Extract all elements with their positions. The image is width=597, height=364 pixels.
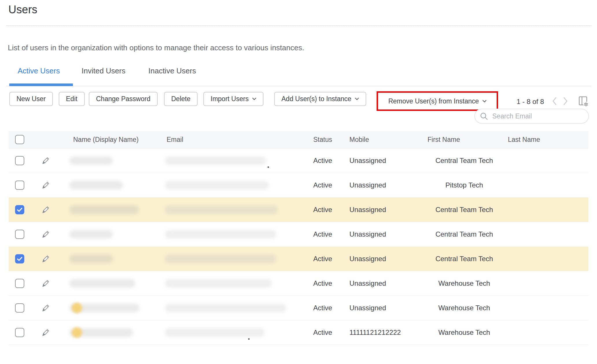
button-label: Import Users [211,95,249,103]
avatar [72,303,82,313]
edit-pencil-icon[interactable] [41,328,50,337]
mobile-cell: Unassigned [349,222,386,246]
status-cell: Active [313,271,332,296]
edit-pencil-icon[interactable] [41,230,50,239]
button-label: New User [16,95,46,103]
status-cell: Active [313,198,332,222]
redacted-name [69,279,135,288]
change-password-button[interactable]: Change Password [89,92,158,106]
redacted-email [165,279,272,288]
mobile-cell: Unassigned [349,296,386,320]
row-checkbox[interactable] [15,181,24,190]
new-user-button[interactable]: New User [9,92,53,106]
mobile-cell: Unassigned [349,198,386,222]
edit-pencil-icon[interactable] [41,156,50,165]
table-row: Active Unassigned Central Team Tech [9,222,588,247]
table-settings-icon[interactable] [578,96,589,107]
table-rows: Active Unassigned Central Team Tech Acti… [9,148,588,345]
col-header-status: Status [313,131,332,148]
active-tab-underline [9,83,73,86]
redaction-dot [268,166,269,168]
import-users-button[interactable]: Import Users [203,92,264,106]
button-label: Add User(s) to Instance [281,95,351,103]
status-cell: Active [313,222,332,246]
table-row: Active Unassigned Central Team Tech [9,247,588,271]
edit-button[interactable]: Edit [59,92,85,106]
status-cell: Active [313,296,332,320]
redacted-name [69,230,113,239]
redaction-dot [248,338,250,340]
page-title: Users [8,3,37,16]
check-icon [17,207,23,212]
redacted-email [165,304,286,312]
select-all-checkbox[interactable] [15,135,24,144]
tab-active-users[interactable]: Active Users [18,66,60,75]
mobile-cell: Unassigned [349,148,386,173]
edit-pencil-icon[interactable] [41,254,50,263]
search-email-input[interactable] [492,112,584,120]
users-table: Name (Display Name) Email Status Mobile … [9,131,588,345]
redacted-name [69,156,113,165]
table-header: Name (Display Name) Email Status Mobile … [9,131,588,148]
first-name-cell: Central Team Tech [421,247,508,271]
table-row: Active Unassigned Warehouse Tech [9,271,588,296]
mobile-cell: Unassigned [349,247,386,271]
row-checkbox[interactable] [15,156,24,165]
redacted-email [165,181,269,190]
edit-pencil-icon[interactable] [41,279,50,288]
col-header-mobile: Mobile [349,131,369,148]
first-name-cell: Central Team Tech [421,222,508,246]
status-cell: Active [313,247,332,271]
redacted-name [69,181,123,190]
remove-users-from-instance-button[interactable]: Remove User(s) from Instance [388,97,486,105]
status-cell: Active [313,173,332,197]
button-label: Delete [171,95,190,103]
users-page: Users List of users in the organization … [0,0,597,364]
table-row: Active 11111121212222 Warehouse Tech [9,320,588,345]
edit-pencil-icon[interactable] [41,181,50,190]
first-name-cell: Warehouse Tech [421,271,508,296]
redacted-email [165,230,276,239]
check-icon [17,257,23,261]
add-users-to-instance-button[interactable]: Add User(s) to Instance [274,92,366,106]
mobile-cell: Unassigned [349,173,386,197]
col-header-name: Name (Display Name) [73,131,139,148]
row-checkbox[interactable] [15,279,24,288]
page-description: List of users in the organization with o… [8,43,304,52]
table-row: Active Unassigned Central Team Tech [9,148,588,173]
tab-inactive-users[interactable]: Inactive Users [148,66,196,75]
mobile-cell: Unassigned [349,271,386,296]
chevron-down-icon [252,98,256,100]
col-header-last-name: Last Name [508,131,540,148]
row-checkbox[interactable] [15,205,24,214]
col-header-first-name: First Name [428,131,460,148]
chevron-left-icon[interactable] [551,96,558,106]
col-header-email: Email [167,131,183,148]
search-icon [480,112,488,120]
redacted-name [69,255,113,263]
search-email-box[interactable] [474,109,589,124]
row-checkbox[interactable] [15,254,24,263]
status-cell: Active [313,320,332,345]
redacted-email [165,205,278,214]
title-divider [6,25,591,26]
chevron-down-icon [482,100,487,103]
redacted-email [165,255,276,263]
first-name-cell: Pitstop Tech [421,173,508,197]
redacted-email [165,328,265,337]
edit-pencil-icon[interactable] [41,303,50,313]
edit-pencil-icon[interactable] [41,205,50,214]
row-checkbox[interactable] [15,303,24,313]
row-checkbox[interactable] [15,230,24,239]
first-name-cell: Central Team Tech [421,148,508,173]
avatar [72,327,82,338]
button-label: Remove User(s) from Instance [388,97,479,105]
chevron-right-icon[interactable] [562,96,569,106]
tabs-divider [6,86,591,86]
delete-button[interactable]: Delete [164,92,198,106]
first-name-cell: Central Team Tech [421,198,508,222]
table-row: Active Unassigned Warehouse Tech [9,296,588,320]
row-checkbox[interactable] [15,328,24,337]
tab-invited-users[interactable]: Invited Users [82,66,126,75]
first-name-cell: Warehouse Tech [421,296,508,320]
